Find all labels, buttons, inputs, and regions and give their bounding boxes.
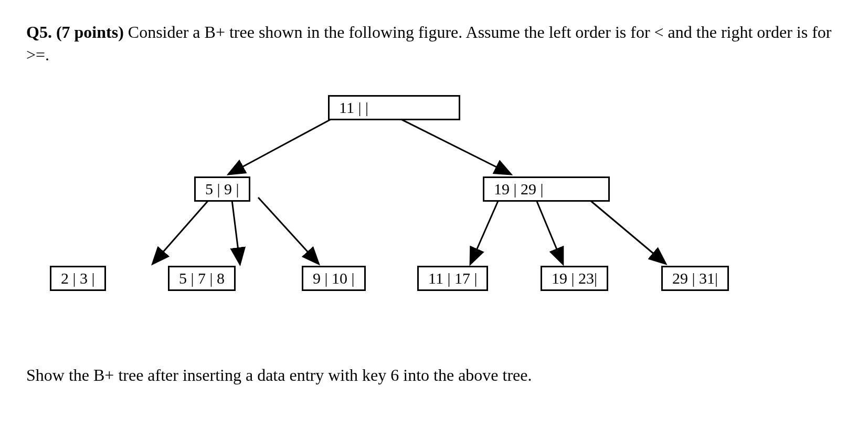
leaf-node-2: 5 | 7 | 8	[168, 266, 236, 291]
svg-line-3	[153, 197, 211, 263]
leaf-node-5: 19 | 23|	[541, 266, 608, 291]
leaf-node-4: 11 | 17 |	[417, 266, 488, 291]
question-text: Q5. (7 points) Consider a B+ tree shown …	[26, 21, 842, 66]
root-node: 11 | |	[328, 95, 460, 120]
leaf-node-3: 9 | 10 |	[302, 266, 366, 291]
btree-diagram: 11 | | 5 | 9 | 19 | 29 | 2 | 3 | 5 | 7 |…	[26, 82, 842, 345]
svg-line-8	[584, 195, 665, 263]
question-body: Consider a B+ tree shown in the followin…	[26, 23, 831, 64]
svg-line-5	[258, 197, 318, 263]
svg-line-7	[536, 200, 563, 263]
tree-edges	[26, 82, 842, 345]
svg-line-2	[395, 116, 510, 174]
leaf-node-6: 29 | 31|	[661, 266, 729, 291]
instruction-text: Show the B+ tree after inserting a data …	[26, 366, 842, 385]
svg-line-6	[471, 197, 500, 263]
internal-node-left: 5 | 9 |	[194, 176, 250, 202]
leaf-node-1: 2 | 3 |	[50, 266, 106, 291]
svg-line-4	[232, 200, 240, 263]
question-prefix: Q5. (7 points)	[26, 23, 128, 41]
svg-line-1	[229, 116, 337, 174]
internal-node-right: 19 | 29 |	[483, 176, 610, 202]
